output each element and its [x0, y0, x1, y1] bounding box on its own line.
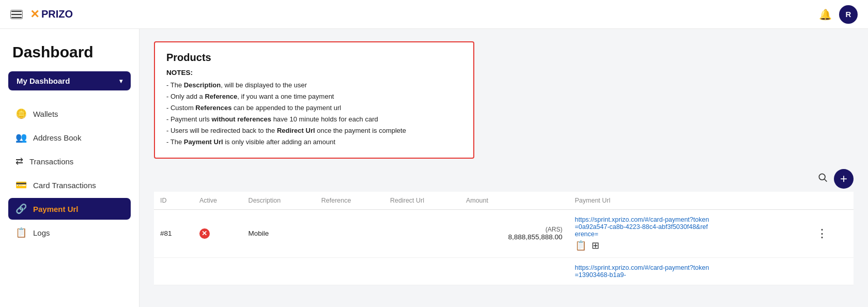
sidebar-item-transactions[interactable]: ⇄ Transactions [8, 150, 131, 172]
logs-icon: 📋 [16, 227, 27, 238]
notes-title: NOTES: [166, 69, 462, 76]
note-item: - Only add a Reference, if you want a on… [166, 91, 462, 102]
col-description: Description [242, 192, 315, 210]
my-dashboard-button[interactable]: My Dashboard ▾ [8, 71, 131, 90]
cell-amount: (ARS) 8,888,855,888.00 [460, 209, 569, 257]
note-item: - Users will be redirected back to the R… [166, 125, 462, 136]
note-item: - Custom References can be appended to t… [166, 102, 462, 114]
chevron-down-icon: ▾ [119, 78, 122, 85]
table-header-row: ID Active Description Reference Redirect… [154, 192, 854, 210]
cell-id [154, 257, 193, 285]
cell-more: ⋮ [808, 209, 854, 257]
products-table: ID Active Description Reference Redirect… [154, 192, 854, 285]
payment-url-link[interactable]: https://sprint.xprizo.com/#/card-payment… [575, 264, 709, 279]
wallet-icon: 🪙 [16, 108, 27, 119]
main-layout: Dashboard My Dashboard ▾ 🪙 Wallets 👥 Add… [0, 29, 868, 307]
cell-description [242, 257, 315, 285]
logo: ✕ PRIZO [30, 8, 73, 21]
cell-reference [315, 209, 384, 257]
table-row: https://sprint.xprizo.com/#/card-payment… [154, 257, 854, 285]
search-icon [817, 172, 828, 182]
sidebar-nav: 🪙 Wallets 👥 Address Book ⇄ Transactions … [8, 103, 131, 243]
add-product-button[interactable]: + [834, 169, 854, 189]
more-options-button[interactable]: ⋮ [814, 227, 830, 240]
navbar-right: 🔔 R [819, 5, 858, 24]
cell-active [193, 257, 242, 285]
sidebar-item-label: Payment Url [33, 205, 79, 213]
cell-more [808, 257, 854, 285]
logo-x: ✕ [30, 8, 39, 21]
sidebar-item-wallets[interactable]: 🪙 Wallets [8, 103, 131, 125]
col-reference: Reference [315, 192, 384, 210]
sidebar-item-label: Card Transactions [33, 181, 96, 190]
table-actions-row: + [154, 169, 854, 189]
status-inactive-icon: ✕ [199, 228, 210, 239]
clipboard-icon-button[interactable]: 📋 [575, 240, 586, 251]
link-icon: 🔗 [16, 203, 27, 214]
sidebar-item-label: Transactions [29, 157, 73, 166]
col-id: ID [154, 192, 193, 210]
cell-reference [315, 257, 384, 285]
col-actions [808, 192, 854, 210]
cell-redirect-url [384, 257, 460, 285]
hamburger-button[interactable] [10, 10, 23, 19]
navbar-left: ✕ PRIZO [10, 8, 73, 21]
cell-payment-url: https://sprint.xprizo.com/#/card-payment… [569, 209, 808, 257]
sidebar-item-payment-url[interactable]: 🔗 Payment Url [8, 198, 131, 220]
payment-url-link[interactable]: https://sprint.xprizo.com/#/card-payment… [575, 216, 709, 238]
cell-active: ✕ [193, 209, 242, 257]
products-heading: Products [166, 52, 462, 64]
sidebar: Dashboard My Dashboard ▾ 🪙 Wallets 👥 Add… [0, 29, 140, 307]
col-redirect-url: Redirect Url [384, 192, 460, 210]
logo-prizo: PRIZO [41, 8, 73, 20]
row-icon-actions: 📋 ⊞ [575, 240, 802, 251]
search-button[interactable] [817, 172, 828, 185]
svg-point-0 [819, 174, 825, 180]
sidebar-item-logs[interactable]: 📋 Logs [8, 222, 131, 243]
table-row: #81 ✕ Mobile (ARS) 8,888,855,888.00 http… [154, 209, 854, 257]
dashboard-btn-label: My Dashboard [17, 76, 70, 85]
sidebar-item-label: Wallets [33, 110, 58, 118]
sidebar-title: Dashboard [8, 43, 131, 61]
top-navbar: ✕ PRIZO 🔔 R [0, 0, 868, 29]
address-book-icon: 👥 [16, 132, 27, 143]
col-payment-url: Payment Url [569, 192, 808, 210]
col-active: Active [193, 192, 242, 210]
products-notice: Products NOTES: - The Description, will … [154, 41, 474, 159]
transactions-icon: ⇄ [16, 156, 23, 167]
sidebar-item-card-transactions[interactable]: 💳 Card Transactions [8, 174, 131, 196]
cell-description: Mobile [242, 209, 315, 257]
svg-line-1 [825, 179, 827, 182]
qr-code-icon-button[interactable]: ⊞ [592, 240, 599, 251]
amount-currency: (ARS) [466, 226, 563, 233]
cell-redirect-url [384, 209, 460, 257]
main-content: Products NOTES: - The Description, will … [140, 29, 868, 307]
notes-list: - The Description, will be displayed to … [166, 80, 462, 148]
col-amount: Amount [460, 192, 569, 210]
cell-id: #81 [154, 209, 193, 257]
cell-amount [460, 257, 569, 285]
notifications-button[interactable]: 🔔 [819, 8, 832, 21]
sidebar-item-address-book[interactable]: 👥 Address Book [8, 127, 131, 148]
note-item: - The Description, will be displayed to … [166, 80, 462, 91]
amount-value: 8,888,855,888.00 [466, 233, 563, 241]
avatar-button[interactable]: R [839, 5, 858, 24]
note-item: - Payment urls without references have 1… [166, 114, 462, 125]
cell-payment-url: https://sprint.xprizo.com/#/card-payment… [569, 257, 808, 285]
note-item: - The Payment Url is only visible after … [166, 136, 462, 148]
sidebar-item-label: Logs [33, 228, 50, 237]
card-icon: 💳 [16, 179, 27, 191]
sidebar-item-label: Address Book [33, 133, 81, 142]
